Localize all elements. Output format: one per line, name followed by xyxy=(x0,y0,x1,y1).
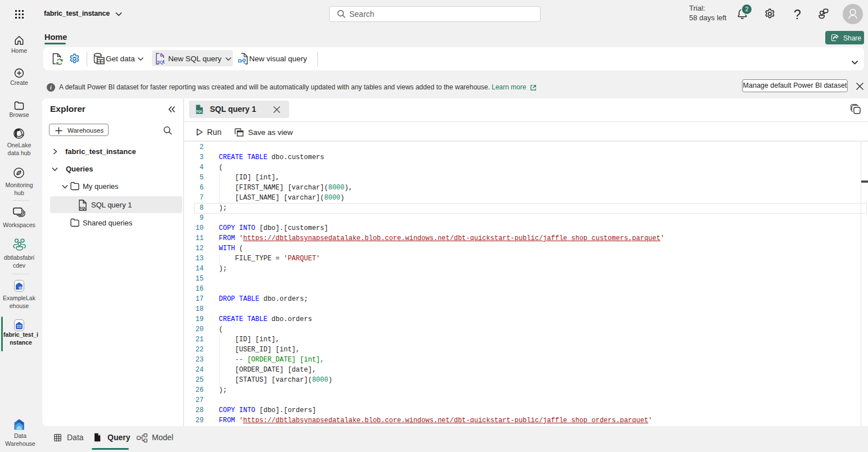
svg-text:SQL: SQL xyxy=(196,110,203,113)
svg-text:SQL: SQL xyxy=(157,60,165,65)
svg-text:SQL: SQL xyxy=(79,206,87,210)
